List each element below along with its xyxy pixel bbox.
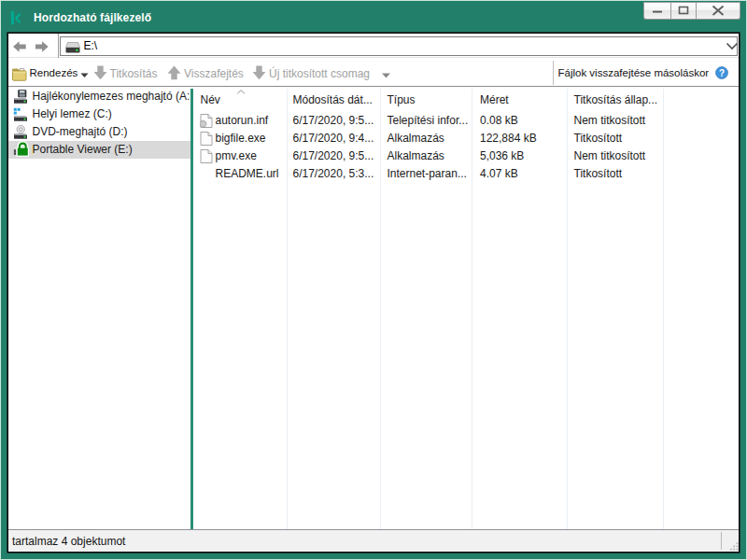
svg-text:?: ? — [718, 68, 724, 78]
